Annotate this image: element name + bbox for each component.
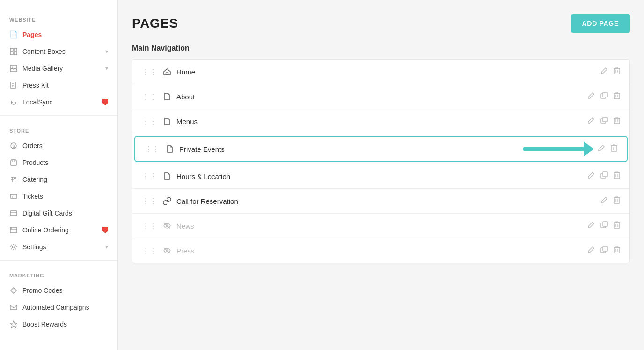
- edit-icon[interactable]: [600, 67, 608, 76]
- svg-rect-2: [10, 52, 13, 55]
- edit-icon[interactable]: [598, 144, 605, 154]
- sidebar-section-website: WEBSITE 📄 Pages Content Boxes ▾ Media Ga…: [0, 9, 117, 111]
- sidebar-item-digital-gift-cards-label: Digital Gift Cards: [22, 209, 72, 217]
- drag-handle-icon[interactable]: ⋮⋮: [145, 145, 160, 154]
- svg-rect-45: [611, 146, 617, 151]
- svg-rect-21: [10, 227, 17, 233]
- sidebar-section-label-store: STORE: [0, 120, 117, 137]
- table-row: ⋮⋮ Menus: [132, 109, 629, 134]
- delete-icon[interactable]: [614, 67, 620, 76]
- edit-icon[interactable]: [587, 117, 595, 126]
- page-name: News: [176, 222, 587, 230]
- link-icon: [162, 196, 172, 206]
- edit-icon[interactable]: [587, 92, 595, 101]
- layers-icon[interactable]: [600, 117, 608, 126]
- drag-handle-icon[interactable]: ⋮⋮: [142, 197, 157, 206]
- svg-rect-17: [10, 194, 17, 198]
- sidebar: WEBSITE 📄 Pages Content Boxes ▾ Media Ga…: [0, 0, 118, 350]
- sidebar-section-label-marketing: MARKETING: [0, 265, 117, 282]
- layers-icon[interactable]: [600, 246, 608, 255]
- sidebar-item-settings[interactable]: Settings ▾: [0, 238, 117, 255]
- sidebar-section-store: STORE $ Orders Products Catering: [0, 120, 117, 255]
- promo-codes-icon: [9, 286, 18, 295]
- sidebar-item-content-boxes[interactable]: Content Boxes ▾: [0, 43, 117, 60]
- table-row: ⋮⋮ Press: [132, 238, 629, 263]
- sidebar-section-marketing: MARKETING Promo Codes Automated Campaign…: [0, 265, 117, 333]
- table-row-private-events: ⋮⋮ Private Events: [134, 136, 628, 162]
- drag-handle-icon[interactable]: ⋮⋮: [142, 222, 157, 231]
- svg-rect-26: [10, 305, 17, 310]
- delete-icon[interactable]: [614, 196, 620, 206]
- press-kit-icon: [9, 81, 18, 89]
- doc-icon: [162, 171, 172, 181]
- sidebar-item-pages[interactable]: 📄 Pages: [0, 26, 117, 43]
- digital-gift-cards-icon: [9, 209, 18, 217]
- sidebar-item-pages-label: Pages: [22, 31, 42, 38]
- drag-handle-icon[interactable]: ⋮⋮: [142, 67, 157, 76]
- sidebar-item-products-label: Products: [22, 159, 48, 166]
- sidebar-item-media-gallery-label: Media Gallery: [22, 65, 63, 72]
- chevron-icon: ▾: [105, 65, 108, 72]
- page-actions: [587, 221, 620, 231]
- sidebar-section-label-website: WEBSITE: [0, 9, 117, 26]
- main-nav-section-title: Main Navigation: [132, 44, 630, 52]
- page-title: PAGES: [132, 16, 178, 31]
- sidebar-item-products[interactable]: Products: [0, 154, 117, 171]
- sidebar-item-automated-campaigns-label: Automated Campaigns: [22, 304, 89, 311]
- table-row: ⋮⋮ About: [132, 84, 629, 109]
- sidebar-item-online-ordering[interactable]: Online Ordering: [0, 222, 117, 238]
- delete-icon[interactable]: [614, 221, 620, 231]
- products-icon: [9, 158, 18, 167]
- svg-rect-1: [14, 48, 17, 51]
- page-name: Menus: [176, 118, 587, 126]
- sidebar-item-tickets[interactable]: Tickets: [0, 188, 117, 205]
- chevron-icon: ▾: [105, 244, 108, 250]
- drag-handle-icon[interactable]: ⋮⋮: [142, 117, 157, 126]
- drag-handle-icon[interactable]: ⋮⋮: [142, 92, 157, 101]
- sidebar-item-boost-rewards[interactable]: Boost Rewards: [0, 316, 117, 333]
- svg-rect-35: [614, 93, 620, 99]
- sidebar-item-press-kit[interactable]: Press Kit: [0, 77, 117, 94]
- delete-icon[interactable]: [614, 92, 620, 101]
- sidebar-item-local-sync[interactable]: LocalSync: [0, 94, 117, 111]
- pages-list: ⋮⋮ Home ⋮⋮ About: [132, 59, 630, 263]
- sidebar-item-settings-label: Settings: [22, 243, 46, 251]
- delete-icon[interactable]: [611, 144, 617, 154]
- drag-handle-icon[interactable]: ⋮⋮: [142, 246, 157, 255]
- sidebar-item-automated-campaigns[interactable]: Automated Campaigns: [0, 299, 117, 316]
- sidebar-item-media-gallery[interactable]: Media Gallery ▾: [0, 60, 117, 77]
- automated-campaigns-icon: [9, 303, 18, 312]
- svg-rect-34: [603, 92, 607, 97]
- page-name: About: [176, 93, 587, 101]
- drag-handle-icon[interactable]: ⋮⋮: [142, 172, 157, 181]
- online-ordering-icon: [9, 226, 18, 234]
- sidebar-item-digital-gift-cards[interactable]: Digital Gift Cards: [0, 205, 117, 222]
- sidebar-item-promo-codes[interactable]: Promo Codes: [0, 282, 117, 299]
- page-actions: [587, 92, 620, 101]
- layers-icon[interactable]: [600, 171, 608, 181]
- svg-rect-29: [614, 68, 620, 74]
- page-name: Press: [176, 247, 587, 255]
- table-row: ⋮⋮ News: [132, 214, 629, 238]
- page-actions: [587, 171, 620, 181]
- layers-icon[interactable]: [600, 221, 608, 231]
- sidebar-item-promo-codes-label: Promo Codes: [22, 287, 63, 294]
- svg-rect-3: [14, 52, 17, 55]
- sidebar-item-orders[interactable]: $ Orders: [0, 137, 117, 154]
- delete-icon[interactable]: [614, 171, 620, 181]
- edit-icon[interactable]: [587, 171, 595, 181]
- tickets-icon: [9, 192, 18, 201]
- sidebar-item-catering[interactable]: Catering: [0, 171, 117, 188]
- edit-icon[interactable]: [587, 221, 595, 231]
- delete-icon[interactable]: [614, 117, 620, 126]
- edit-icon[interactable]: [600, 196, 608, 206]
- delete-icon[interactable]: [614, 246, 620, 255]
- page-name: Private Events: [179, 145, 598, 153]
- svg-rect-28: [166, 72, 168, 75]
- boost-rewards-icon: [9, 320, 18, 328]
- svg-rect-70: [603, 246, 607, 251]
- add-page-button[interactable]: ADD PAGE: [571, 14, 630, 33]
- layers-icon[interactable]: [600, 92, 608, 101]
- edit-icon[interactable]: [587, 246, 595, 255]
- page-header: PAGES ADD PAGE: [132, 14, 630, 33]
